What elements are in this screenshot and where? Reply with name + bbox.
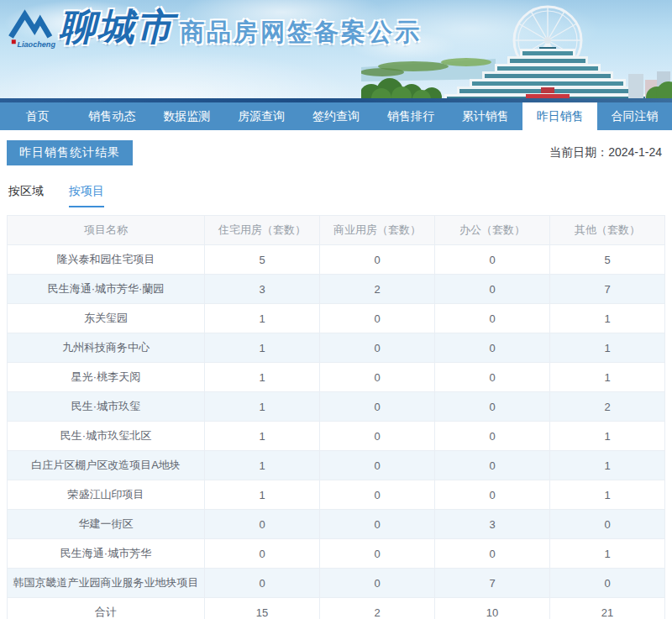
project-name-cell: 民生海通·城市芳华·蘭园 xyxy=(8,275,205,304)
count-cell: 0 xyxy=(435,451,550,480)
count-cell: 0 xyxy=(435,275,550,304)
tab-0[interactable]: 按区域 xyxy=(8,184,44,207)
count-cell: 2 xyxy=(320,598,435,619)
count-cell: 0 xyxy=(550,569,665,598)
count-cell: 0 xyxy=(320,510,435,539)
count-cell: 0 xyxy=(435,333,550,363)
view-tabs: 按区域按项目 xyxy=(7,184,665,207)
count-cell: 2 xyxy=(550,392,665,422)
count-cell: 1 xyxy=(550,480,665,510)
count-cell: 3 xyxy=(435,510,550,539)
count-cell: 0 xyxy=(320,569,435,598)
table-row: 九州科技商务中心1001 xyxy=(8,333,665,363)
count-cell: 1 xyxy=(205,392,320,422)
count-cell: 1 xyxy=(550,422,665,451)
count-cell: 15 xyxy=(205,598,320,619)
nav-item-2[interactable]: 数据监测 xyxy=(150,102,224,130)
main-nav: 首页销售动态数据监测房源查询签约查询销售排行累计销售昨日销售合同注销 xyxy=(0,102,672,130)
project-name-cell: 九州科技商务中心 xyxy=(8,333,205,363)
project-name-cell: 华建一街区 xyxy=(8,510,205,539)
logo-subtext: Liaocheng xyxy=(17,40,55,49)
project-name-cell: 白庄片区棚户区改造项目A地块 xyxy=(8,451,205,480)
count-cell: 1 xyxy=(205,480,320,510)
table-row: 白庄片区棚户区改造项目A地块1001 xyxy=(8,451,665,480)
count-cell: 0 xyxy=(435,304,550,333)
nav-item-7[interactable]: 昨日销售 xyxy=(522,102,597,130)
city-name-calligraphy: 聊城市 xyxy=(59,5,175,49)
banner-title: 商品房网签备案公示 xyxy=(180,5,422,54)
table-body: 隆兴泰和园住宅项目5005民生海通·城市芳华·蘭园3207东关玺园1001九州科… xyxy=(8,245,665,619)
nav-item-1[interactable]: 销售动态 xyxy=(75,102,150,130)
count-cell: 1 xyxy=(550,451,665,480)
count-cell: 10 xyxy=(435,598,550,619)
count-cell: 7 xyxy=(550,275,665,304)
nav-item-5[interactable]: 销售排行 xyxy=(373,102,448,130)
nav-item-3[interactable]: 房源查询 xyxy=(224,102,299,130)
column-header-2: 商业用房（套数） xyxy=(320,216,435,245)
count-cell: 1 xyxy=(205,333,320,363)
count-cell: 0 xyxy=(320,539,435,569)
count-cell: 1 xyxy=(205,422,320,451)
count-cell: 0 xyxy=(320,451,435,480)
table-row: 民生·城市玖玺1002 xyxy=(8,392,665,422)
table-row: 隆兴泰和园住宅项目5005 xyxy=(8,245,665,275)
count-cell: 1 xyxy=(550,363,665,392)
table-header-row: 项目名称住宅用房（套数）商业用房（套数）办公（套数）其他（套数） xyxy=(8,216,665,245)
count-cell: 1 xyxy=(205,451,320,480)
project-name-cell: 民生·城市玖玺北区 xyxy=(8,422,205,451)
project-name-cell: 隆兴泰和园住宅项目 xyxy=(8,245,205,275)
count-cell: 0 xyxy=(320,363,435,392)
project-name-cell: 韩国京畿道产业园商业服务业地块项目 xyxy=(8,569,205,598)
count-cell: 0 xyxy=(435,539,550,569)
count-cell: 0 xyxy=(320,304,435,333)
count-cell: 2 xyxy=(320,275,435,304)
count-cell: 1 xyxy=(550,304,665,333)
count-cell: 0 xyxy=(435,392,550,422)
count-cell: 5 xyxy=(550,245,665,275)
liaocheng-logo-icon: Liaocheng xyxy=(7,5,55,52)
project-name-cell: 星光·桃李天阅 xyxy=(8,363,205,392)
section-title-badge: 昨日销售统计结果 xyxy=(7,140,133,165)
nav-item-6[interactable]: 累计销售 xyxy=(448,102,522,130)
count-cell: 0 xyxy=(550,510,665,539)
site-header: Liaocheng 聊城市 商品房网签备案公示 xyxy=(0,0,672,102)
table-row: 民生海通·城市芳华·蘭园3207 xyxy=(8,275,665,304)
table-row: 东关玺园1001 xyxy=(8,304,665,333)
count-cell: 0 xyxy=(320,333,435,363)
project-name-cell: 荣盛江山印项目 xyxy=(8,480,205,510)
column-header-4: 其他（套数） xyxy=(550,216,665,245)
table-row: 星光·桃李天阅1001 xyxy=(8,363,665,392)
count-cell: 0 xyxy=(320,422,435,451)
count-cell: 3 xyxy=(205,275,320,304)
count-cell: 0 xyxy=(205,510,320,539)
current-date-label: 当前日期：2024-1-24 xyxy=(549,145,665,160)
sales-table: 项目名称住宅用房（套数）商业用房（套数）办公（套数）其他（套数） 隆兴泰和园住宅… xyxy=(7,215,665,619)
tab-1[interactable]: 按项目 xyxy=(69,184,104,207)
project-name-cell: 东关玺园 xyxy=(8,304,205,333)
nav-item-4[interactable]: 签约查询 xyxy=(299,102,374,130)
count-cell: 0 xyxy=(435,245,550,275)
count-cell: 1 xyxy=(550,333,665,363)
column-header-3: 办公（套数） xyxy=(435,216,550,245)
table-total-row: 合计1521021 xyxy=(8,598,665,619)
table-row: 民生·城市玖玺北区1001 xyxy=(8,422,665,451)
count-cell: 7 xyxy=(435,569,550,598)
nav-item-0[interactable]: 首页 xyxy=(0,102,75,130)
column-header-0: 项目名称 xyxy=(8,216,205,245)
count-cell: 0 xyxy=(435,480,550,510)
brand-block: Liaocheng 聊城市 商品房网签备案公示 xyxy=(7,5,422,54)
count-cell: 0 xyxy=(205,539,320,569)
count-cell: 1 xyxy=(205,304,320,333)
count-cell: 0 xyxy=(320,245,435,275)
count-cell: 21 xyxy=(550,598,665,619)
header-bottom-strip xyxy=(0,98,672,102)
count-cell: 0 xyxy=(320,392,435,422)
count-cell: 0 xyxy=(435,422,550,451)
project-name-cell: 民生·城市玖玺 xyxy=(8,392,205,422)
main-content: 昨日销售统计结果 当前日期：2024-1-24 按区域按项目 项目名称住宅用房（… xyxy=(0,130,672,619)
count-cell: 0 xyxy=(435,363,550,392)
project-name-cell: 民生海通·城市芳华 xyxy=(8,539,205,569)
nav-item-8[interactable]: 合同注销 xyxy=(597,102,672,130)
table-row: 韩国京畿道产业园商业服务业地块项目0070 xyxy=(8,569,665,598)
count-cell: 1 xyxy=(205,363,320,392)
